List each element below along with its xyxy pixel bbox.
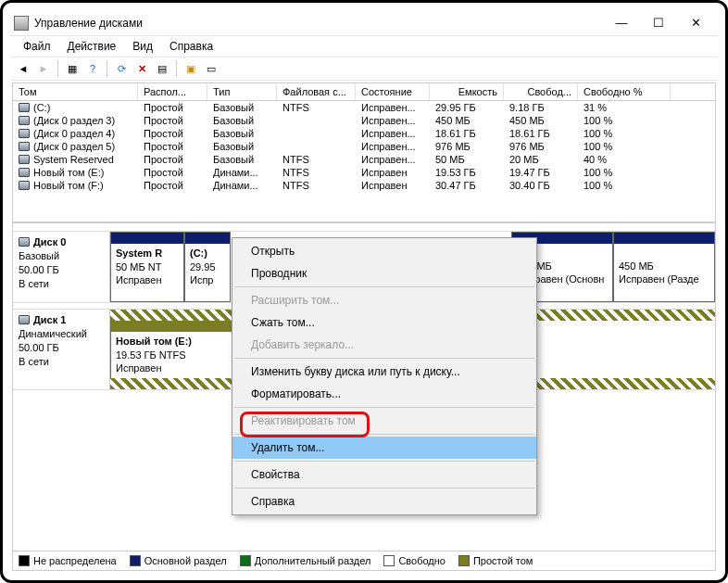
legend-extended: Дополнительный раздел [240, 555, 371, 566]
drive-icon [19, 129, 30, 138]
partition-header-bar [185, 233, 230, 244]
volume-row[interactable]: (Диск 0 раздел 4)ПростойБазовыйИсправен.… [13, 127, 715, 140]
separator [57, 60, 58, 77]
context-item[interactable]: Свойства [232, 463, 536, 486]
col-fs[interactable]: Файловая с... [277, 83, 356, 100]
disk0-part-c[interactable]: (C:)29.95Испр [184, 232, 231, 302]
volume-row[interactable]: (Диск 0 раздел 5)ПростойБазовыйИсправен.… [13, 140, 715, 153]
volume-row[interactable]: Новый том (E:)ПростойДинами...NTFSИсправ… [13, 166, 715, 179]
context-item[interactable]: Форматировать... [232, 383, 536, 405]
disk0-part-450[interactable]: 450 МБИсправен (Разде [613, 232, 715, 302]
context-item[interactable]: Удалить том... [232, 437, 536, 459]
drive-icon [19, 116, 30, 125]
legend-primary: Основной раздел [130, 555, 227, 566]
volume-list[interactable]: (C:)ПростойБазовыйNTFSИсправен...29.95 Г… [13, 101, 715, 222]
disk-icon [19, 315, 30, 324]
menu-file[interactable]: Файл [16, 38, 58, 55]
disk0-part-system-reserved[interactable]: System R50 МБ NTИсправен [110, 232, 184, 302]
col-capacity[interactable]: Емкость [430, 83, 504, 100]
volume-list-header: Том Распол... Тип Файловая с... Состояни… [13, 83, 715, 101]
volume-row[interactable]: Новый том (F:)ПростойДинами...NTFSИсправ… [13, 179, 715, 192]
col-layout[interactable]: Распол... [138, 83, 207, 100]
context-item[interactable]: Открыть [232, 240, 536, 262]
context-item: Добавить зеркало... [232, 334, 536, 356]
volume-row[interactable]: (Диск 0 раздел 3)ПростойБазовыйИсправен.… [13, 114, 715, 127]
drive-icon [19, 103, 30, 112]
menu-help[interactable]: Справка [162, 38, 220, 55]
legend-free: Свободно [383, 555, 446, 566]
minimize-button[interactable]: — [603, 12, 640, 34]
context-item: Реактивировать том [232, 410, 536, 432]
maximize-button[interactable]: ☐ [640, 12, 677, 34]
menu-action[interactable]: Действие [60, 38, 124, 55]
disk1-info: Диск 1 Динамический 50.00 ГБ В сети [13, 310, 110, 389]
back-button[interactable]: ◄ [14, 59, 32, 78]
volume-row[interactable]: (C:)ПростойБазовыйNTFSИсправен...29.95 Г… [13, 101, 715, 114]
col-state[interactable]: Состояние [356, 83, 430, 100]
toolbar-refresh[interactable]: ⟳ [112, 59, 131, 78]
menu-view[interactable]: Вид [125, 38, 160, 55]
disk-icon [19, 237, 30, 247]
col-volume[interactable]: Том [13, 83, 138, 100]
menubar: Файл Действие Вид Справка [10, 36, 718, 57]
context-item[interactable]: Проводник [232, 262, 536, 285]
drive-icon [19, 142, 30, 151]
titlebar: Управление дисками — ☐ ✕ [10, 10, 718, 36]
separator [107, 60, 107, 77]
drive-icon [19, 168, 30, 177]
toolbar-pane-top[interactable]: ▦ [63, 59, 82, 78]
toolbar-layout[interactable]: ▭ [202, 59, 220, 78]
toolbar: ◄ ► ▦ ? ⟳ ✕ ▤ ▣ ▭ [10, 57, 718, 81]
col-pct[interactable]: Свободно % [578, 83, 671, 100]
toolbar-rescan[interactable]: ▣ [182, 59, 200, 78]
volume-row[interactable]: System ReservedПростойБазовыйNTFSИсправе… [13, 153, 715, 166]
context-item[interactable]: Изменить букву диска или путь к диску... [232, 361, 536, 383]
drive-icon [19, 181, 30, 190]
disk0-info: Диск 0 Базовый 50.00 ГБ В сети [13, 232, 110, 302]
col-type[interactable]: Тип [207, 83, 277, 100]
context-item: Расширить том... [232, 289, 536, 311]
separator [176, 60, 177, 77]
context-menu[interactable]: ОткрытьПроводникРасширить том...Сжать то… [232, 237, 537, 515]
context-item[interactable]: Справка [232, 490, 536, 513]
toolbar-properties[interactable]: ▤ [153, 59, 171, 78]
col-free[interactable]: Свобод... [504, 83, 578, 100]
legend: Не распределена Основной раздел Дополнит… [13, 551, 715, 570]
partition-header-bar [614, 233, 714, 244]
app-icon [14, 16, 29, 31]
toolbar-help[interactable]: ? [83, 59, 102, 78]
drive-icon [19, 155, 30, 164]
toolbar-delete[interactable]: ✕ [132, 59, 151, 78]
window-title: Управление дисками [34, 17, 603, 30]
partition-header-bar [111, 233, 183, 244]
forward-button[interactable]: ► [34, 59, 53, 78]
close-button[interactable]: ✕ [677, 12, 714, 34]
legend-unallocated: Не распределена [19, 555, 117, 566]
context-item[interactable]: Сжать том... [232, 311, 536, 334]
legend-simple: Простой том [458, 555, 533, 566]
